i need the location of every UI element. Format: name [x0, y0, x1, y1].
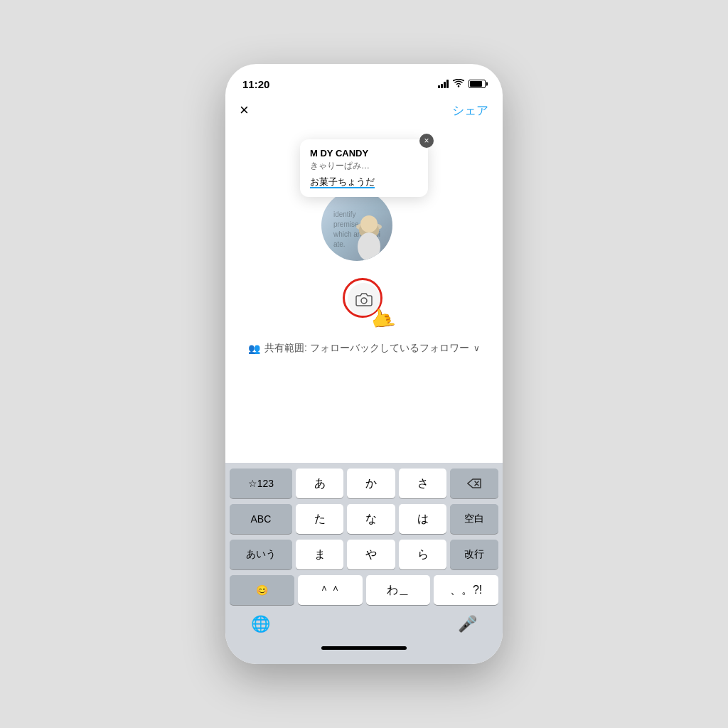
key-na[interactable]: な: [347, 504, 395, 534]
status-bar: 11:20: [225, 64, 503, 95]
key-a[interactable]: あ: [296, 469, 344, 498]
tweet-subtitle: きゃりーぱみ…: [310, 160, 418, 172]
people-icon: 👥: [248, 343, 260, 354]
keyboard: ☆123 あ か さ ABC た な は 空白 あいう ま や ら 改行: [225, 463, 503, 641]
signal-icon: [438, 80, 449, 88]
share-scope[interactable]: 👥 共有範囲: フォローバックしているフォロワー ∨: [248, 342, 480, 355]
backspace-icon: [467, 478, 481, 488]
key-abc[interactable]: ABC: [230, 504, 292, 534]
key-space[interactable]: 空白: [450, 504, 498, 534]
microphone-icon[interactable]: 🎤: [458, 615, 477, 633]
key-ma[interactable]: ま: [296, 540, 344, 569]
key-ha[interactable]: は: [399, 504, 447, 534]
home-indicator-bar: [321, 646, 407, 650]
tweet-text: お菓子ちょうだ: [310, 176, 375, 188]
tweet-popup: × M DY CANDY きゃりーぱみ… お菓子ちょうだ: [300, 139, 428, 197]
status-time: 11:20: [242, 78, 269, 90]
key-symbols[interactable]: ☆123: [230, 469, 292, 498]
key-backspace[interactable]: [450, 469, 498, 498]
avatar-area: identify premise. which are inspi ate.: [321, 190, 407, 261]
key-enter[interactable]: 改行: [450, 540, 498, 569]
svg-point-0: [458, 85, 459, 87]
key-wa[interactable]: わ＿: [366, 575, 431, 605]
phone-frame: 11:20 × シェア: [225, 64, 503, 664]
chevron-down-icon: ∨: [473, 343, 480, 353]
wifi-icon: [453, 79, 464, 90]
content-area: × M DY CANDY きゃりーぱみ… お菓子ちょうだ identify pr…: [225, 125, 503, 463]
key-ta[interactable]: た: [296, 504, 344, 534]
key-ka[interactable]: か: [347, 469, 395, 498]
key-ya[interactable]: や: [347, 540, 395, 569]
popup-close-button[interactable]: ×: [419, 134, 434, 148]
share-scope-text: 共有範囲: フォローバックしているフォロワー: [264, 342, 469, 355]
svg-point-5: [361, 298, 367, 304]
home-indicator-area: [225, 641, 503, 664]
keyboard-row-1: ☆123 あ か さ: [230, 469, 498, 498]
close-button[interactable]: ×: [240, 101, 249, 119]
key-aiueo[interactable]: あいう: [230, 540, 292, 569]
camera-icon: [355, 292, 373, 306]
key-emoji[interactable]: 😊: [230, 575, 294, 605]
svg-point-3: [360, 215, 378, 232]
keyboard-row-4: 😊 ＾＾ わ＿ 、。?!: [230, 575, 498, 605]
globe-icon[interactable]: 🌐: [251, 615, 270, 633]
person-silhouette: [332, 204, 389, 261]
keyboard-bottom-bar: 🌐 🎤: [230, 611, 498, 641]
svg-point-4: [358, 232, 380, 261]
avatar: identify premise. which are inspi ate.: [321, 190, 392, 261]
keyboard-row-2: ABC た な は 空白: [230, 504, 498, 534]
key-ra[interactable]: ら: [399, 540, 447, 569]
battery-icon: [469, 80, 486, 88]
tweet-title: M DY CANDY: [310, 148, 418, 159]
top-bar: × シェア: [225, 95, 503, 125]
key-punctuation[interactable]: 、。?!: [434, 575, 498, 605]
key-kigou1[interactable]: ＾＾: [298, 575, 363, 605]
camera-button-area: 🤙: [343, 278, 385, 321]
status-icons: [438, 79, 486, 90]
key-sa[interactable]: さ: [399, 469, 447, 498]
share-button[interactable]: シェア: [452, 102, 488, 119]
keyboard-row-3: あいう ま や ら 改行: [230, 540, 498, 569]
